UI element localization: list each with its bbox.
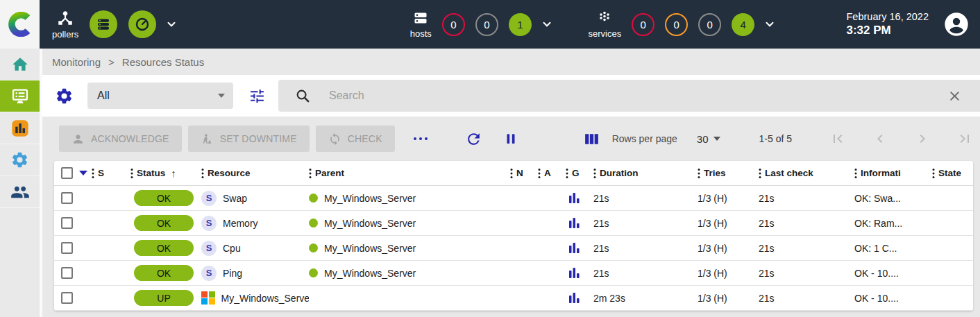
hosts-up-counter[interactable]: 1 (509, 13, 532, 36)
graph-icon[interactable] (569, 192, 580, 204)
row-checkbox[interactable] (61, 192, 73, 204)
resource-name[interactable]: Swap (223, 193, 247, 204)
parent-name[interactable]: My_Windows_Server (324, 268, 416, 279)
services-expand-button[interactable] (763, 18, 776, 31)
column-header-duration[interactable]: Duration (593, 168, 698, 179)
more-actions-button[interactable] (412, 135, 429, 142)
hosts-down-counter[interactable]: 0 (442, 13, 465, 36)
caret-down-icon (713, 137, 720, 141)
centreon-logo[interactable] (0, 0, 40, 49)
breadcrumb-page[interactable]: Resources Status (122, 56, 204, 68)
home-icon (11, 55, 29, 74)
check-button[interactable]: CHECK (316, 126, 395, 152)
resources-monitor-icon (10, 87, 30, 106)
hosts-expand-button[interactable] (541, 18, 553, 31)
hosts-up-count: 1 (517, 19, 523, 31)
column-label: Status (137, 168, 165, 178)
graph-icon[interactable] (569, 292, 580, 304)
column-header-resource[interactable]: Resource (201, 168, 309, 179)
user-menu-button[interactable] (943, 10, 970, 38)
hosts-label: hosts (410, 28, 432, 39)
filter-gear-icon[interactable] (55, 87, 74, 105)
acknowledge-button[interactable]: ACKNOWLEDGE (59, 126, 182, 152)
host-dot-icon (309, 268, 318, 277)
advanced-filter-button[interactable] (248, 87, 266, 105)
resource-name[interactable]: Ping (223, 268, 242, 279)
sidebar-item-configuration[interactable] (0, 144, 40, 176)
column-header-state[interactable]: State (932, 168, 973, 179)
current-time: 3:32 PM (847, 23, 929, 38)
row-checkbox[interactable] (61, 242, 73, 254)
sidebar-item-administration[interactable] (0, 176, 40, 208)
duration-cell: 21s (593, 243, 698, 254)
column-header-graph[interactable]: G (566, 168, 593, 179)
row-checkbox[interactable] (61, 267, 73, 279)
graph-icon[interactable] (569, 217, 580, 229)
clear-icon[interactable] (947, 89, 962, 103)
search-input[interactable] (329, 89, 947, 102)
resource-name[interactable]: Cpu (223, 243, 241, 254)
column-header-status[interactable]: Status ↑ (130, 167, 201, 179)
latency-button[interactable] (128, 10, 156, 38)
column-header-notes[interactable]: N (510, 168, 538, 179)
column-label: Duration (600, 168, 639, 178)
resource-name[interactable]: My_Windows_Server (221, 293, 310, 304)
more-dots-icon (412, 135, 429, 142)
row-checkbox[interactable] (61, 217, 73, 229)
table-row[interactable]: OK S Cpu My_Windows_Server 21s 1/3 (H) 2… (54, 236, 973, 261)
column-label: Resource (208, 168, 251, 178)
column-header-severity[interactable]: S (92, 168, 130, 179)
graph-icon[interactable] (569, 267, 580, 279)
refresh-button[interactable] (465, 130, 482, 148)
pollers-expand-button[interactable] (165, 18, 178, 31)
services-critical-counter[interactable]: 0 (632, 13, 654, 36)
hosts-menu[interactable]: hosts (410, 10, 432, 39)
next-page-button[interactable] (914, 130, 931, 147)
row-checkbox[interactable] (61, 292, 73, 304)
table-row[interactable]: OK S Memory My_Windows_Server 21s 1/3 (H… (54, 211, 973, 236)
resource-name[interactable]: Memory (223, 218, 258, 229)
column-label: State (938, 168, 961, 178)
edit-columns-button[interactable] (583, 130, 600, 148)
parent-name[interactable]: My_Windows_Server (324, 243, 416, 254)
select-menu-caret-icon[interactable] (79, 171, 87, 175)
table-row[interactable]: OK S Swap My_Windows_Server 21s 1/3 (H) … (54, 186, 973, 211)
pollers-button[interactable]: pollers (52, 9, 78, 40)
column-label: G (572, 168, 580, 178)
filter-scope-select[interactable]: All (87, 83, 233, 109)
set-downtime-button[interactable]: SET DOWNTIME (188, 126, 310, 152)
last-check-cell: 21s (759, 268, 854, 279)
graph-icon[interactable] (569, 242, 580, 254)
sidebar-item-reporting[interactable] (0, 112, 40, 144)
rows-per-page-select[interactable]: 30 (697, 133, 720, 145)
hosts-unreachable-counter[interactable]: 0 (475, 13, 498, 36)
acknowledge-person-icon (71, 132, 85, 146)
column-header-action[interactable]: A (538, 168, 566, 179)
column-header-parent[interactable]: Parent (309, 168, 510, 179)
column-header-last-check[interactable]: Last check (759, 168, 854, 179)
column-header-information[interactable]: Informati (854, 168, 932, 179)
table-header-row: S Status ↑ Resource P (54, 161, 973, 186)
services-menu[interactable]: services (588, 10, 621, 39)
column-label: S (98, 168, 104, 178)
pause-refresh-button[interactable] (503, 130, 518, 147)
column-header-tries[interactable]: Tries (698, 168, 759, 179)
sidebar-item-home[interactable] (0, 49, 40, 80)
last-page-button[interactable] (956, 130, 973, 147)
poller-status-button[interactable] (90, 10, 117, 38)
parent-name[interactable]: My_Windows_Server (324, 193, 416, 204)
column-label: Last check (765, 168, 813, 178)
services-ok-counter[interactable]: 4 (732, 13, 754, 36)
breadcrumb-monitoring[interactable]: Monitoring (52, 56, 101, 68)
prev-page-button[interactable] (872, 130, 888, 147)
table-row[interactable]: UP My_Windows_Server 2m 23s (54, 286, 973, 311)
parent-name[interactable]: My_Windows_Server (324, 218, 416, 229)
services-dots-icon (596, 10, 613, 26)
table-row[interactable]: OK S Ping My_Windows_Server 21s 1/3 (H) … (54, 261, 973, 286)
services-warning-counter[interactable]: 0 (665, 13, 688, 36)
tries-cell: 1/3 (H) (698, 193, 759, 204)
services-unknown-counter[interactable]: 0 (698, 13, 721, 36)
first-page-button[interactable] (829, 130, 846, 147)
sidebar-item-monitoring[interactable] (0, 80, 40, 112)
select-all-checkbox[interactable] (61, 167, 73, 179)
